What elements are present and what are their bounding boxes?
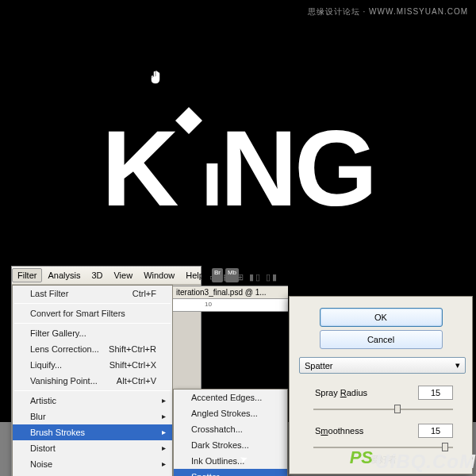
document-tab-area: iteration3_final.psd @ 1... 10 — [173, 286, 288, 312]
filter-dropdown: Last FilterCtrl+F Convert for Smart Filt… — [12, 285, 173, 476]
sub-dark-strokes[interactable]: Dark Strokes... — [174, 437, 287, 453]
item-blur[interactable]: Blur — [13, 409, 172, 424]
item-artistic[interactable]: Artistic — [13, 393, 172, 409]
sub-ink-outlines[interactable]: Ink Outlines... — [174, 453, 287, 469]
item-brush-strokes[interactable]: Brush Strokes — [13, 424, 172, 440]
item-noise[interactable]: Noise — [13, 456, 172, 472]
document-title[interactable]: iteration3_final.psd @ 1... — [173, 286, 288, 299]
lowercase-i: ı — [202, 133, 221, 222]
menu-help[interactable]: Help — [180, 268, 209, 282]
smoothness-row: Smoothness — [299, 421, 463, 440]
sub-crosshatch[interactable]: Crosshatch... — [174, 421, 287, 437]
filter-select[interactable]: Spatter▾ — [299, 357, 466, 374]
item-convert-smart[interactable]: Convert for Smart Filters — [13, 305, 172, 321]
ok-button[interactable]: OK — [320, 308, 443, 327]
spray-radius-row: Spray Radius — [299, 383, 463, 402]
spray-radius-slider[interactable] — [313, 404, 453, 415]
item-lens-correction[interactable]: Lens Correction...Shift+Ctrl+R — [13, 341, 172, 357]
spray-radius-label: Spray Radius — [315, 388, 367, 397]
item-last-filter[interactable]: Last FilterCtrl+F — [13, 286, 172, 301]
chevron-down-icon: ▾ — [455, 360, 460, 370]
spatter-dialog: OK Cancel Spatter▾ Spray Radius Smoothne… — [289, 296, 473, 474]
brush-strokes-submenu: Accented Edges... Angled Strokes... Cros… — [173, 389, 288, 476]
cancel-button[interactable]: Cancel — [320, 330, 443, 349]
menu-view[interactable]: View — [108, 268, 138, 282]
sub-spatter[interactable]: Spatter... — [174, 469, 287, 476]
menu-3d[interactable]: 3D — [86, 268, 108, 282]
sub-accented-edges[interactable]: Accented Edges... — [174, 390, 287, 405]
canvas-artwork-text: KıNG — [0, 107, 476, 231]
spray-radius-input[interactable] — [418, 386, 453, 400]
top-watermark: 思缘设计论坛 · WWW.MISSYUAN.COM — [308, 6, 468, 17]
item-pixelate[interactable]: Pixelate — [13, 472, 172, 476]
option-bar-icons: ▭ ▦ ⊞ ▮▯ ▯▮ — [209, 272, 278, 282]
smoothness-input[interactable] — [418, 424, 453, 438]
smoothness-label: Smoothness — [315, 426, 363, 436]
item-liquify[interactable]: Liquify...Shift+Ctrl+X — [13, 357, 172, 373]
menu-window[interactable]: Window — [138, 268, 180, 282]
menubar: Filter Analysis 3D View Window Help Br M… — [12, 267, 201, 285]
menu-analysis[interactable]: Analysis — [42, 268, 86, 282]
horizontal-ruler: 10 — [173, 299, 288, 312]
item-distort[interactable]: Distort — [13, 440, 172, 456]
sub-angled-strokes[interactable]: Angled Strokes... — [174, 405, 287, 421]
hand-cursor-icon — [149, 70, 162, 87]
item-vanishing-point[interactable]: Vanishing Point...Alt+Ctrl+V — [13, 373, 172, 389]
diamond-dot-icon — [175, 107, 202, 134]
menu-filter[interactable]: Filter — [12, 268, 42, 282]
watermark-ps: PS — [350, 447, 373, 468]
item-filter-gallery[interactable]: Filter Gallery... — [13, 325, 172, 341]
watermark-url: UiBQ.CoM — [375, 451, 476, 473]
